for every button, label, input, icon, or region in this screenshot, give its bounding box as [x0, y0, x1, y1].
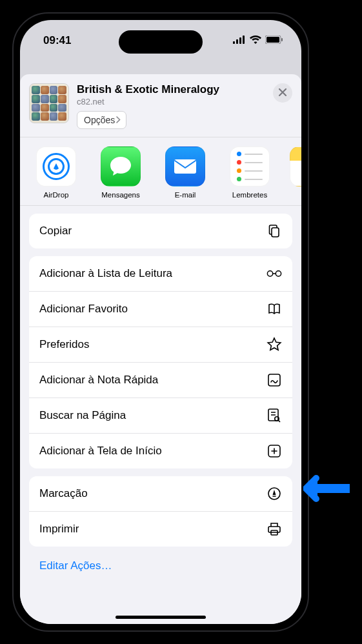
- action-print[interactable]: Imprimir: [29, 512, 292, 547]
- dynamic-island: [119, 30, 203, 54]
- chevron-right-icon: [116, 115, 121, 125]
- action-bookmark[interactable]: Adicionar Favorito: [29, 292, 292, 327]
- notes-icon: [290, 146, 301, 186]
- options-label: Opções: [84, 115, 115, 125]
- action-label: Adicionar à Nota Rápida: [39, 374, 158, 387]
- action-home-screen[interactable]: Adicionar à Tela de Início: [29, 434, 292, 468]
- app-label: E-mail: [175, 191, 196, 199]
- quick-note-icon: [266, 372, 282, 388]
- action-label: Adicionar à Lista de Leitura: [39, 267, 172, 280]
- svg-point-10: [276, 271, 281, 276]
- page-domain: c82.net: [77, 97, 265, 106]
- glasses-icon: [266, 266, 282, 281]
- svg-rect-11: [268, 374, 280, 386]
- svg-rect-5: [266, 37, 279, 43]
- svg-rect-18: [315, 484, 350, 493]
- status-time: 09:41: [43, 34, 71, 47]
- action-group-main: Adicionar à Lista de Leitura Adicionar F…: [29, 256, 292, 468]
- svg-rect-7: [174, 159, 196, 174]
- svg-point-9: [267, 271, 272, 276]
- close-icon: [279, 86, 287, 99]
- page-thumbnail: [29, 83, 69, 123]
- action-find[interactable]: Buscar na Página: [29, 398, 292, 434]
- app-mail[interactable]: E-mail: [161, 146, 210, 199]
- cellular-icon: [233, 34, 246, 47]
- app-label: AirDrop: [44, 191, 69, 199]
- book-icon: [266, 301, 282, 317]
- airdrop-icon: [43, 153, 70, 180]
- edit-actions-link[interactable]: Editar Ações…: [20, 554, 301, 588]
- app-airdrop[interactable]: AirDrop: [32, 146, 81, 199]
- action-label: Adicionar Favorito: [39, 303, 128, 316]
- action-quick-note[interactable]: Adicionar à Nota Rápida: [29, 363, 292, 398]
- action-label: Adicionar à Tela de Início: [39, 445, 162, 458]
- markup-icon: [266, 486, 282, 501]
- close-button[interactable]: [273, 83, 292, 103]
- page-title: British & Exotic Mineralogy: [77, 83, 265, 96]
- svg-rect-0: [233, 41, 235, 44]
- home-indicator[interactable]: [116, 616, 206, 619]
- share-sheet: British & Exotic Mineralogy c82.net Opçõ…: [20, 74, 301, 624]
- action-label: Marcação: [39, 487, 88, 500]
- action-label: Preferidos: [39, 338, 89, 351]
- messages-icon: [101, 146, 141, 186]
- action-reading-list[interactable]: Adicionar à Lista de Leitura: [29, 256, 292, 292]
- action-label: Buscar na Página: [39, 409, 126, 422]
- action-label: Copiar: [39, 225, 72, 237]
- star-icon: [266, 337, 282, 352]
- reminders-icon: [230, 146, 270, 186]
- action-group-copy: Copiar: [29, 214, 292, 248]
- svg-rect-1: [236, 39, 238, 44]
- svg-rect-2: [239, 37, 241, 44]
- svg-rect-3: [243, 35, 245, 44]
- options-button[interactable]: Opções: [77, 111, 126, 129]
- phone-screen: 09:41: [20, 20, 301, 624]
- mail-icon: [165, 146, 205, 186]
- share-apps-row[interactable]: AirDrop Mensagens E-mail: [20, 137, 301, 206]
- svg-rect-8: [272, 228, 279, 237]
- svg-rect-6: [281, 38, 283, 41]
- wifi-icon: [250, 34, 261, 47]
- battery-icon: [265, 34, 283, 47]
- app-label: Mensagens: [101, 191, 139, 199]
- action-markup[interactable]: Marcação: [29, 476, 292, 512]
- plus-square-icon: [266, 443, 282, 459]
- action-favorites[interactable]: Preferidos: [29, 327, 292, 363]
- share-header: British & Exotic Mineralogy c82.net Opçõ…: [20, 74, 301, 137]
- action-label: Imprimir: [39, 523, 79, 536]
- app-reminders[interactable]: Lembretes: [225, 146, 274, 199]
- app-messages[interactable]: Mensagens: [96, 146, 145, 199]
- printer-icon: [266, 521, 282, 537]
- find-icon: [266, 408, 282, 423]
- action-group-extra: Marcação Imprimir: [29, 476, 292, 547]
- callout-arrow-icon: [303, 474, 350, 503]
- phone-frame: 09:41: [12, 12, 309, 632]
- action-copy[interactable]: Copiar: [29, 214, 292, 248]
- copy-icon: [266, 223, 282, 239]
- app-notes[interactable]: [290, 146, 301, 199]
- app-label: Lembretes: [232, 191, 267, 199]
- svg-rect-16: [268, 527, 280, 532]
